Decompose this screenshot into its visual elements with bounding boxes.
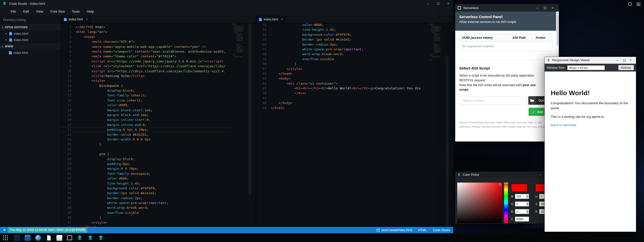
- rgb-value-input[interactable]: 0: [515, 201, 529, 206]
- code-line[interactable]: 12 <style>: [61, 78, 232, 83]
- menu-file[interactable]: File: [7, 10, 20, 13]
- open-editor-item[interactable]: × index.html: [0, 37, 61, 43]
- code-line[interactable]: 44 <div class="ui container">: [256, 81, 429, 86]
- minimap[interactable]: <!DOCTYPE html><html lang="en"> <head> <…: [429, 23, 441, 227]
- tab-index-html[interactable]: index.html ×: [61, 16, 91, 23]
- status-file-path[interactable]: store:/www/index.html: [381, 228, 412, 232]
- refresh-button[interactable]: Refresh: [618, 65, 634, 70]
- code-line[interactable]: 25 }: [61, 142, 232, 147]
- code-line[interactable]: 6 <meta name="viewport" content="user-sc…: [61, 49, 232, 54]
- sync-icon[interactable]: [628, 2, 632, 6]
- code-line[interactable]: 17 color:#999;: [61, 103, 232, 108]
- hue-thumb[interactable]: [504, 183, 508, 184]
- code-studio-icon[interactable]: [87, 235, 93, 241]
- code-line[interactable]: 19 margin-block-end:1em;: [61, 113, 232, 117]
- rgb-value-input[interactable]: 0: [515, 209, 529, 214]
- minimize-button[interactable]: –: [614, 58, 621, 62]
- menu-help[interactable]: Help: [83, 10, 98, 13]
- code-line[interactable]: 30 margin:0 0 10px;: [61, 166, 232, 171]
- code-line[interactable]: 43 <body>: [256, 76, 429, 81]
- terminal-icon[interactable]: [14, 235, 20, 241]
- code-line[interactable]: 36 border-radius:2px;: [61, 196, 232, 200]
- close-button[interactable]: ×: [443, 0, 453, 7]
- code-line[interactable]: 37 white-space:pre-wrap!important;: [256, 47, 429, 52]
- scrollbar[interactable]: [243, 23, 256, 227]
- code-line[interactable]: 28 display:block;: [61, 157, 232, 161]
- menu-font-size[interactable]: Font Size: [47, 10, 68, 13]
- code-line[interactable]: 48 </body>: [256, 100, 429, 105]
- close-icon[interactable]: ×: [5, 32, 8, 36]
- code-editor[interactable]: 32 color:#666;33 line-height:1.45;34 bac…: [256, 23, 429, 227]
- notes-icon[interactable]: [56, 235, 62, 241]
- code-line[interactable]: 35 border:1px solid #e1e1e1;: [256, 37, 429, 42]
- code-line[interactable]: 32 color:#666;: [61, 176, 232, 181]
- folder-www-header[interactable]: ▾ WWW: [0, 43, 61, 50]
- code-editor[interactable]: 1<!DOCTYPE html>2<html lang="en">3 <head…: [61, 23, 232, 227]
- code-line[interactable]: 49</html>: [256, 106, 429, 110]
- code-line[interactable]: 5 <meta name="apple-mobile-web-app-capab…: [61, 44, 232, 49]
- code-line[interactable]: 47: [256, 96, 429, 100]
- status-app[interactable]: Code Studio: [433, 228, 450, 232]
- code-line[interactable]: 32 color:#666;: [256, 23, 429, 27]
- close-button[interactable]: ×: [627, 58, 634, 62]
- code-line[interactable]: 16 font-size:inherit;: [61, 98, 232, 103]
- code-line[interactable]: 23 border:solid #b1b1b1;: [61, 132, 232, 137]
- maximize-button[interactable]: [621, 58, 627, 62]
- hue-slider[interactable]: [504, 183, 508, 223]
- code-line[interactable]: 34 background-color:#f9f9f9;: [61, 186, 232, 191]
- menu-view[interactable]: View: [33, 10, 47, 13]
- close-icon[interactable]: ×: [5, 38, 8, 42]
- code-line[interactable]: 7 <meta name="theme-color" content="#ff9…: [61, 54, 232, 59]
- code-line[interactable]: 8 <script src="https://code.jquery.com/j…: [61, 59, 232, 64]
- scroll-up-icon[interactable]: ▲: [556, 12, 559, 15]
- app-launcher-icon[interactable]: [3, 235, 8, 241]
- code-line[interactable]: 13 blockquote {: [61, 83, 232, 88]
- rgb-value-input[interactable]: 255: [515, 194, 529, 199]
- status-language[interactable]: HTML: [418, 228, 427, 232]
- maximize-button[interactable]: [541, 6, 549, 10]
- minimap[interactable]: <!DOCTYPE html><html lang="en"> <head> <…: [232, 23, 243, 227]
- code-line[interactable]: 1<!DOCTYPE html>: [61, 25, 232, 29]
- minimize-button[interactable]: –: [534, 6, 541, 10]
- code-line[interactable]: 27 pre {: [61, 152, 232, 156]
- code-line[interactable]: 37 white-space:pre-wrap!important;: [61, 200, 232, 205]
- stepper-icon[interactable]: [526, 202, 529, 206]
- code-line[interactable]: 35 border:1px solid #e1e1e1;: [61, 191, 232, 195]
- color-cursor[interactable]: [499, 183, 501, 186]
- file-item[interactable]: index.html: [0, 50, 61, 56]
- stepper-icon[interactable]: [526, 194, 529, 198]
- code-line[interactable]: 21 margin-inline-end:0;: [61, 122, 232, 127]
- rgb-value-input[interactable]: f0000: [515, 217, 529, 222]
- files-icon[interactable]: [46, 235, 52, 241]
- code-studio-icon[interactable]: [77, 235, 83, 241]
- code-line[interactable]: 10 <script src="https://cdnjs.cloudflare…: [61, 69, 232, 74]
- code-line[interactable]: 41 </style>: [256, 66, 429, 71]
- window-app-icon[interactable]: [25, 235, 30, 241]
- menu-edit[interactable]: Edit: [20, 10, 33, 13]
- scrollbar[interactable]: [441, 23, 453, 227]
- add-button[interactable]: ✓ Add: [529, 108, 547, 116]
- tab-close-icon[interactable]: ×: [86, 18, 88, 21]
- code-line[interactable]: 31 font-family:monospace;: [61, 171, 232, 176]
- code-line[interactable]: 33 line-height:1.45;: [256, 27, 429, 32]
- code-line[interactable]: 20 margin-inline-start:0;: [61, 117, 232, 122]
- code-line[interactable]: 42 </head>: [61, 225, 232, 227]
- location-input[interactable]: [459, 96, 527, 105]
- minimize-button[interactable]: –: [537, 173, 543, 177]
- maximize-button[interactable]: [433, 0, 443, 7]
- code-line[interactable]: 41 </style>: [61, 220, 232, 225]
- stepper-icon[interactable]: [526, 210, 529, 214]
- code-line[interactable]: 46 </div>: [256, 91, 429, 95]
- tab-index-html[interactable]: index.html ×: [256, 16, 286, 23]
- code-line[interactable]: 3 <head>: [61, 34, 232, 39]
- status-datetime[interactable]: Thu May 11 2023 21:54:48 GMT+0800 (台北標準時…: [8, 227, 87, 233]
- open-editors-section-header[interactable]: ▾ OPEN EDITORS: [0, 24, 61, 30]
- menu-tools[interactable]: Tools: [68, 10, 83, 13]
- open-editor-item[interactable]: × index.html: [0, 30, 61, 37]
- code-line[interactable]: 14 display:block;: [61, 88, 232, 93]
- code-line[interactable]: 38 word-wrap:break-word;: [256, 52, 429, 56]
- code-line[interactable]: 9 <link rel="stylesheet" href="https://c…: [61, 64, 232, 68]
- window-size-input[interactable]: [567, 65, 605, 70]
- back-to-aprintlab-link[interactable]: Back to Aprintlab: [551, 123, 630, 127]
- code-line[interactable]: 39 overflow:visible: [256, 57, 429, 61]
